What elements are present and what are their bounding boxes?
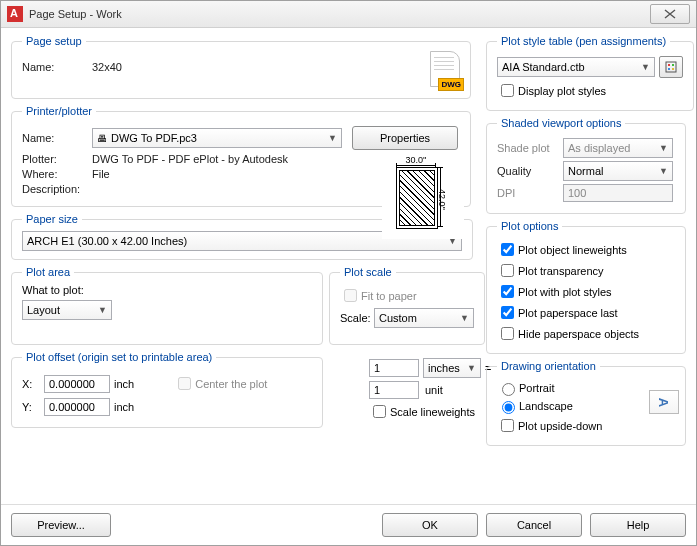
paper-preview-height: 42.0'' [437, 189, 447, 210]
printer-name-label: Name: [22, 132, 92, 144]
quality-label: Quality [497, 165, 563, 177]
scale-combo[interactable]: Custom ▼ [374, 308, 474, 328]
y-label: Y: [22, 401, 44, 413]
dpi-input [563, 184, 673, 202]
scale-lineweights-label: Scale lineweights [390, 406, 475, 418]
scale-units-combo[interactable]: inches ▼ [423, 358, 481, 378]
hide-paperspace-objects-checkbox[interactable] [501, 327, 514, 340]
preview-button[interactable]: Preview... [11, 513, 111, 537]
what-to-plot-label: What to plot: [22, 284, 312, 296]
svg-point-4 [672, 68, 674, 70]
quality-combo[interactable]: Normal ▼ [563, 161, 673, 181]
plot-scale-legend: Plot scale [340, 266, 396, 278]
unit-label: unit [425, 384, 443, 396]
drawing-orientation-group: Drawing orientation Portrait Landscape P… [486, 360, 686, 446]
plot-scale-group: Plot scale Fit to paper Scale: Custom ▼ [329, 266, 485, 345]
plot-style-combo[interactable]: AIA Standard.ctb ▼ [497, 57, 655, 77]
svg-point-1 [668, 64, 670, 66]
plot-transparency-checkbox[interactable] [501, 264, 514, 277]
page-setup-group: Page setup Name: 32x40 DWG [11, 35, 471, 99]
scale-label: Scale: [340, 312, 374, 324]
printer-plotter-group: Printer/plotter Name: 🖶 DWG To PDF.pc3 ▼… [11, 105, 471, 207]
palette-icon [665, 61, 677, 73]
close-button[interactable] [650, 4, 690, 24]
where-label: Where: [22, 168, 92, 180]
display-plot-styles-checkbox[interactable] [501, 84, 514, 97]
fit-to-paper-label: Fit to paper [361, 290, 417, 302]
name-label: Name: [22, 61, 92, 73]
orientation-icon: A [649, 390, 679, 414]
shaded-legend: Shaded viewport options [497, 117, 625, 129]
landscape-radio[interactable] [502, 401, 515, 414]
window-title: Page Setup - Work [29, 8, 122, 20]
dialog-footer: Preview... OK Cancel Help [1, 504, 696, 545]
center-plot-checkbox [178, 377, 191, 390]
paper-size-legend: Paper size [22, 213, 82, 225]
ok-button[interactable]: OK [382, 513, 478, 537]
offset-y-input[interactable] [44, 398, 110, 416]
plotter-value: DWG To PDF - PDF ePlot - by Autodesk [92, 153, 288, 165]
printer-name-combo[interactable]: 🖶 DWG To PDF.pc3 ▼ [92, 128, 342, 148]
portrait-radio[interactable] [502, 383, 515, 396]
titlebar: Page Setup - Work [1, 1, 696, 28]
printer-legend: Printer/plotter [22, 105, 96, 117]
plot-offset-legend: Plot offset (origin set to printable are… [22, 351, 216, 363]
svg-point-3 [668, 68, 670, 70]
plot-upside-down-checkbox[interactable] [501, 419, 514, 432]
chevron-down-icon: ▼ [94, 305, 107, 315]
plot-paperspace-last-checkbox[interactable] [501, 306, 514, 319]
y-unit: inch [114, 401, 134, 413]
help-button[interactable]: Help [590, 513, 686, 537]
plot-area-combo[interactable]: Layout ▼ [22, 300, 112, 320]
cancel-button[interactable]: Cancel [486, 513, 582, 537]
printer-icon: 🖶 [97, 133, 107, 144]
dwg-icon: DWG [426, 51, 464, 91]
shaded-viewport-group: Shaded viewport options Shade plot As di… [486, 117, 686, 214]
scale-factor-1-input[interactable] [369, 359, 419, 377]
svg-point-2 [672, 64, 674, 66]
plot-style-legend: Plot style table (pen assignments) [497, 35, 670, 47]
page-setup-dialog: Page Setup - Work Page setup Name: 32x40… [0, 0, 697, 546]
plot-style-table-group: Plot style table (pen assignments) AIA S… [486, 35, 694, 111]
orientation-legend: Drawing orientation [497, 360, 600, 372]
where-value: File [92, 168, 110, 180]
plotter-label: Plotter: [22, 153, 92, 165]
chevron-down-icon: ▼ [655, 166, 668, 176]
shade-plot-combo: As displayed ▼ [563, 138, 673, 158]
center-plot-label: Center the plot [195, 378, 267, 390]
chevron-down-icon: ▼ [456, 313, 469, 323]
properties-button[interactable]: Properties [352, 126, 458, 150]
plot-area-legend: Plot area [22, 266, 74, 278]
paper-preview: 30.0'' 42.0'' [382, 153, 464, 239]
dpi-label: DPI [497, 187, 563, 199]
app-icon [7, 6, 23, 22]
chevron-down-icon: ▼ [655, 143, 668, 153]
plot-area-group: Plot area What to plot: Layout ▼ [11, 266, 323, 345]
edit-plot-style-button[interactable] [659, 56, 683, 78]
page-setup-legend: Page setup [22, 35, 86, 47]
chevron-down-icon: ▼ [637, 62, 650, 72]
offset-x-input[interactable] [44, 375, 110, 393]
plot-object-lineweights-checkbox[interactable] [501, 243, 514, 256]
chevron-down-icon: ▼ [463, 363, 476, 373]
plot-options-legend: Plot options [497, 220, 562, 232]
shade-plot-label: Shade plot [497, 142, 563, 154]
x-unit: inch [114, 378, 134, 390]
scale-lineweights-checkbox[interactable] [373, 405, 386, 418]
display-plot-styles-label: Display plot styles [518, 85, 606, 97]
chevron-down-icon: ▼ [324, 133, 337, 143]
scale-factor-2-input[interactable] [369, 381, 419, 399]
plot-with-plot-styles-checkbox[interactable] [501, 285, 514, 298]
fit-to-paper-checkbox [344, 289, 357, 302]
paper-preview-width: 30.0'' [396, 155, 436, 165]
close-icon [664, 9, 676, 19]
plot-offset-group: Plot offset (origin set to printable are… [11, 351, 323, 428]
svg-rect-0 [666, 62, 676, 72]
plot-options-group: Plot options Plot object lineweights Plo… [486, 220, 686, 354]
page-setup-name: 32x40 [92, 61, 122, 73]
x-label: X: [22, 378, 44, 390]
description-label: Description: [22, 183, 92, 195]
